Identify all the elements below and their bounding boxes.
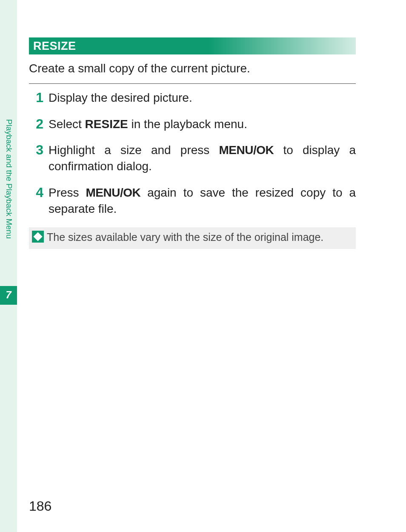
- chapter-number-tab: 7: [0, 286, 17, 305]
- note-icon: [32, 231, 44, 243]
- step-number: 4: [29, 185, 49, 217]
- note-text: The sizes available vary with the size o…: [47, 230, 352, 245]
- note-icon-wrap: [29, 230, 47, 245]
- step-text: Display the desired picture.: [49, 90, 356, 106]
- sidebar-section-title: Playback and the Playback Menu: [3, 119, 14, 281]
- step-item: 4Press MENU/OK again to save the resized…: [29, 185, 356, 217]
- step-number: 1: [29, 90, 49, 106]
- divider: [29, 83, 356, 84]
- page-number: 186: [29, 498, 51, 514]
- step-item: 2Select RESIZE in the playback menu.: [29, 116, 356, 132]
- section-heading: RESIZE: [29, 37, 356, 54]
- page-content: RESIZE Create a small copy of the curren…: [29, 37, 356, 249]
- step-number: 3: [29, 142, 49, 174]
- step-text: Press MENU/OK again to save the resized …: [49, 185, 356, 217]
- step-item: 3Highlight a size and press MENU/OK to d…: [29, 142, 356, 174]
- step-text: Select RESIZE in the playback menu.: [49, 116, 356, 132]
- step-number: 2: [29, 116, 49, 132]
- step-item: 1Display the desired picture.: [29, 90, 356, 106]
- step-text: Highlight a size and press MENU/OK to di…: [49, 142, 356, 174]
- note-box: The sizes available vary with the size o…: [29, 227, 356, 249]
- intro-text: Create a small copy of the current pictu…: [29, 60, 356, 77]
- left-sidebar: Playback and the Playback Menu 7: [0, 0, 17, 532]
- steps-list: 1Display the desired picture.2Select RES…: [29, 90, 356, 217]
